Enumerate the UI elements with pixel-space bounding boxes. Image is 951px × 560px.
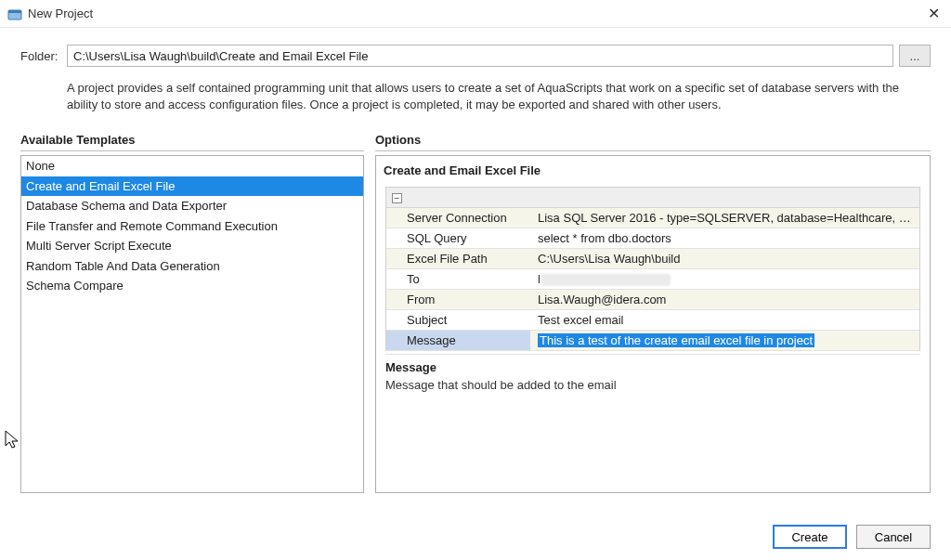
property-value[interactable]: l [530, 269, 919, 290]
collapse-icon[interactable]: − [392, 193, 402, 203]
close-icon[interactable]: ✕ [906, 5, 944, 22]
list-item[interactable]: Random Table And Data Generation [21, 256, 363, 277]
property-key: Message [386, 331, 530, 351]
property-key: Server Connection [386, 208, 530, 228]
table-row[interactable]: FromLisa.Waugh@idera.com [386, 290, 919, 310]
property-key: Subject [386, 310, 530, 331]
list-item[interactable]: Schema Compare [21, 276, 363, 296]
grid-toggle-row: − [386, 188, 919, 208]
options-header: Options [375, 131, 931, 151]
property-value[interactable]: Test excel email [530, 310, 919, 331]
property-key: SQL Query [386, 228, 530, 249]
title-bar: New Project ✕ [0, 0, 951, 28]
project-description: A project provides a self contained prog… [67, 80, 903, 112]
property-key: To [386, 269, 530, 290]
create-button[interactable]: Create [773, 525, 847, 549]
table-row[interactable]: Excel File PathC:\Users\Lisa Waugh\build [386, 249, 919, 269]
property-value[interactable]: Lisa SQL Server 2016 - type=SQLSERVER, d… [530, 208, 919, 228]
property-value[interactable]: C:\Users\Lisa Waugh\build [530, 249, 919, 269]
window-title: New Project [28, 7, 906, 20]
options-title: Create and Email Excel File [376, 156, 930, 187]
property-value[interactable]: Lisa.Waugh@idera.com [530, 290, 919, 310]
list-item[interactable]: File Transfer and Remote Command Executi… [21, 216, 363, 237]
svg-rect-1 [8, 10, 21, 13]
table-row[interactable]: SubjectTest excel email [386, 310, 919, 331]
list-item[interactable]: Multi Server Script Execute [21, 236, 363, 256]
list-item[interactable]: Create and Email Excel File [21, 176, 363, 197]
list-item[interactable]: Database Schema and Data Exporter [21, 196, 363, 216]
table-row[interactable]: SQL Queryselect * from dbo.doctors [386, 228, 919, 249]
options-panel: Create and Email Excel File − Server Con… [375, 155, 931, 493]
property-value[interactable]: select * from dbo.doctors [530, 228, 919, 249]
folder-label: Folder: [20, 49, 67, 63]
property-key: Excel File Path [386, 249, 530, 269]
options-grid: − Server ConnectionLisa SQL Server 2016 … [385, 187, 920, 351]
dialog-footer: Create Cancel [773, 525, 931, 549]
templates-list[interactable]: NoneCreate and Email Excel FileDatabase … [20, 155, 364, 493]
table-row[interactable]: Tol [386, 269, 919, 290]
browse-button[interactable]: ... [899, 45, 931, 67]
detail-text: Message that should be added to the emai… [385, 378, 920, 392]
templates-header: Available Templates [20, 131, 364, 151]
property-value[interactable]: This is a test of the create email excel… [530, 331, 919, 351]
property-key: From [386, 290, 530, 310]
folder-input[interactable] [67, 45, 893, 67]
app-icon [7, 7, 22, 21]
detail-label: Message [385, 360, 920, 374]
list-item[interactable]: None [21, 156, 363, 176]
table-row[interactable]: MessageThis is a test of the create emai… [386, 331, 919, 351]
cancel-button[interactable]: Cancel [856, 525, 931, 549]
table-row[interactable]: Server ConnectionLisa SQL Server 2016 - … [386, 208, 919, 228]
